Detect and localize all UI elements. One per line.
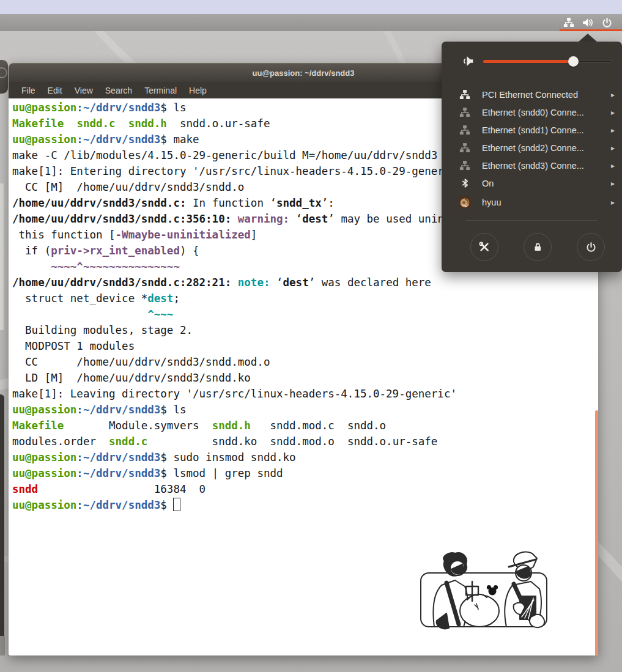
volume-slider[interactable] <box>483 56 612 67</box>
menu-item-network-1[interactable]: Ethernet (sndd0) Conne...▸ <box>442 103 622 121</box>
background-window-button <box>0 67 7 78</box>
terminal-line: sndd 16384 0 <box>12 481 598 497</box>
submenu-arrow-icon: ▸ <box>611 108 615 117</box>
submenu-arrow-icon: ▸ <box>611 161 615 170</box>
terminal-line: uu@passion:~/ddrv/sndd3$ lsmod | grep sn… <box>12 465 598 481</box>
sticker-illustration <box>411 548 557 635</box>
terminal-cursor <box>173 498 180 511</box>
power-button[interactable] <box>577 233 605 261</box>
menubar-item-search[interactable]: Search <box>100 84 138 97</box>
system-menu-arrow <box>578 34 598 42</box>
menu-item-label: hyuu <box>482 198 611 207</box>
submenu-arrow-icon: ▸ <box>611 144 615 152</box>
submenu-arrow-icon: ▸ <box>611 179 615 188</box>
menu-item-bluetooth[interactable]: On▸ <box>442 174 622 192</box>
system-menu-active-underline <box>560 29 622 31</box>
network-wired-icon <box>459 124 471 136</box>
system-menu-items: PCI Ethernet Connected▸Ethernet (sndd0) … <box>442 86 622 212</box>
background-window-corner <box>0 60 8 94</box>
speaker-icon <box>460 54 475 68</box>
network-wired-icon <box>459 89 471 101</box>
network-wired-icon <box>459 106 471 119</box>
menu-item-network-3[interactable]: Ethernet (sndd2) Conne...▸ <box>442 139 622 157</box>
menu-item-user[interactable]: hyuu▸ <box>442 192 622 212</box>
volume-icon[interactable] <box>581 16 594 29</box>
background-window-edge-dark <box>0 394 4 636</box>
terminal-line: Building modules, stage 2. <box>12 322 598 338</box>
terminal-line: MODPOST 1 modules <box>12 338 598 354</box>
terminal-line: modules.order sndd.c sndd.ko sndd.mod.o … <box>12 434 598 449</box>
terminal-line: /home/uu/ddrv/sndd3/sndd.c:282:21: note:… <box>12 275 598 290</box>
system-menu: PCI Ethernet Connected▸Ethernet (sndd0) … <box>442 42 622 272</box>
terminal-line: Makefile Module.symvers sndd.h sndd.mod.… <box>12 418 598 434</box>
submenu-arrow-icon: ▸ <box>611 90 615 99</box>
terminal-line: struct net_device *dest; <box>12 290 598 306</box>
menubar-item-help[interactable]: Help <box>183 84 212 97</box>
terminal-line: uu@passion:~/ddrv/sndd3$ <box>12 497 598 513</box>
background-window-edge-gray <box>0 636 5 655</box>
avatar-icon <box>459 196 471 209</box>
network-wired-icon[interactable] <box>562 16 576 29</box>
menubar-item-edit[interactable]: Edit <box>42 84 68 97</box>
menu-item-network-2[interactable]: Ethernet (sndd1) Conne...▸ <box>442 121 622 139</box>
terminal-line: CC /home/uu/ddrv/sndd3/sndd.mod.o <box>12 354 598 370</box>
volume-slider-knob[interactable] <box>568 56 579 67</box>
menubar-item-file[interactable]: File <box>16 84 41 97</box>
network-wired-icon <box>459 160 471 172</box>
terminal-scrollbar[interactable] <box>595 410 598 655</box>
desktop-top-strip <box>0 0 622 14</box>
menu-item-label: On <box>482 179 611 188</box>
settings-button[interactable] <box>470 233 498 261</box>
terminal-title: uu@passion: ~/ddrv/sndd3 <box>253 68 355 78</box>
submenu-arrow-icon: ▸ <box>611 126 615 135</box>
system-menu-buttons <box>442 233 622 260</box>
bluetooth-icon <box>459 177 471 190</box>
power-icon[interactable] <box>600 16 613 29</box>
menu-divider <box>466 220 598 221</box>
terminal-line: make[1]: Leaving directory '/usr/src/lin… <box>12 386 598 402</box>
top-panel <box>0 14 622 31</box>
network-wired-icon <box>459 142 471 154</box>
menu-item-label: Ethernet (sndd2) Conne... <box>482 143 611 153</box>
menu-item-label: Ethernet (sndd1) Conne... <box>482 125 611 135</box>
menu-item-network-4[interactable]: Ethernet (sndd3) Conne...▸ <box>442 157 622 174</box>
terminal-line: uu@passion:~/ddrv/sndd3$ ls <box>12 402 598 418</box>
menu-item-label: PCI Ethernet Connected <box>482 90 611 100</box>
menu-item-label: Ethernet (sndd0) Conne... <box>482 108 611 117</box>
lock-button[interactable] <box>524 233 552 261</box>
background-window-edge <box>0 183 4 330</box>
menubar-item-view[interactable]: View <box>69 84 98 97</box>
terminal-line: uu@passion:~/ddrv/sndd3$ sudo insmod snd… <box>12 449 598 465</box>
menu-item-network-0[interactable]: PCI Ethernet Connected▸ <box>442 86 622 103</box>
terminal-line: LD [M] /home/uu/ddrv/sndd3/sndd.ko <box>12 370 598 386</box>
menu-item-label: Ethernet (sndd3) Conne... <box>482 161 611 171</box>
menubar-item-terminal[interactable]: Terminal <box>139 84 182 97</box>
volume-slider-fill <box>483 60 573 63</box>
volume-row <box>442 50 622 72</box>
terminal-line: ^~~~ <box>12 306 598 322</box>
submenu-arrow-icon: ▸ <box>611 198 615 207</box>
